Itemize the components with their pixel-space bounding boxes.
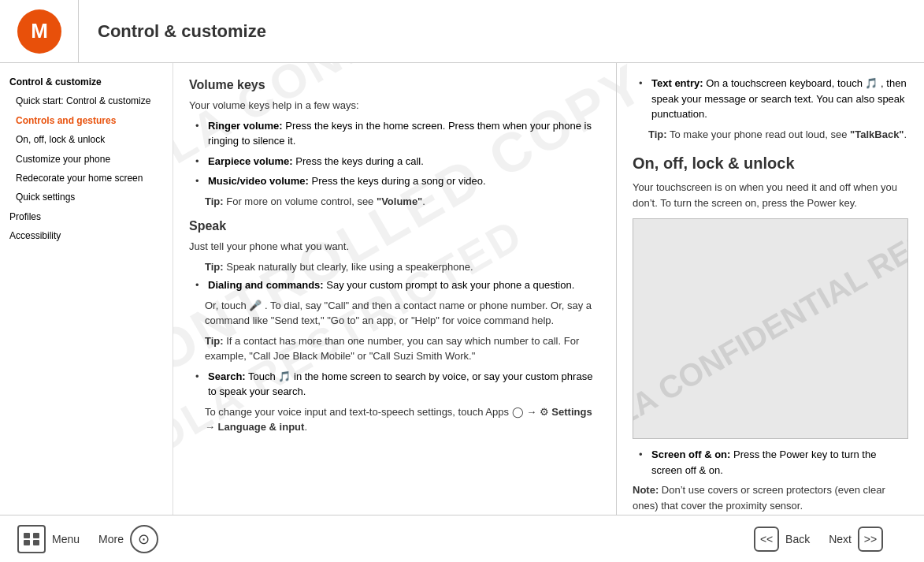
volume-tip-prefix: Tip: <box>205 195 224 207</box>
menu-button[interactable]: Menu <box>8 520 89 558</box>
tip-contact: Tip: If a contact has more than one numb… <box>205 333 600 364</box>
bottom-left: Menu More ⊙ <box>0 520 173 558</box>
bullet-search-content: Search: Touch 🎵 in the home screen to se… <box>208 369 600 400</box>
sidebar-item-on-off-lock[interactable]: On, off, lock & unlock <box>6 130 166 149</box>
tip-contact-prefix: Tip: <box>205 335 224 347</box>
on-off-intro: Your touchscreen is on when you need it … <box>633 180 908 210</box>
phone-screen-image: MOTOROLA CONFIDENTIAL RESTRICTED <box>633 218 908 439</box>
sidebar-item-redecorate[interactable]: Redecorate your home screen <box>6 169 166 188</box>
bullet-dot-1: • <box>195 118 203 149</box>
bullet-dialing-text: Say your custom prompt to ask your phone… <box>326 279 574 291</box>
speak-tip-intro: Tip: Speak naturally but clearly, like u… <box>205 259 600 275</box>
note-text: Note: Don’t use covers or screen protect… <box>633 482 908 513</box>
bullet-dot-3: • <box>195 173 203 189</box>
svg-rect-3 <box>33 533 39 538</box>
bullet-search: • Search: Touch 🎵 in the home screen to … <box>189 369 600 400</box>
on-off-title: On, off, lock & unlock <box>633 151 908 175</box>
speak-section-title: Speak <box>189 217 600 236</box>
note-body: Don’t use covers or screen protectors (e… <box>633 484 885 512</box>
svg-rect-4 <box>24 540 30 545</box>
bullet-dot-r1: • <box>639 76 647 122</box>
menu-grid-icon <box>24 533 39 545</box>
bullet-dialing-label: Dialing and commands: <box>208 279 324 291</box>
svg-rect-2 <box>24 533 30 538</box>
bullet-search-text: Touch 🎵 in the home screen to search by … <box>208 370 592 398</box>
bullet-earpiece-label: Earpiece volume: <box>208 155 293 167</box>
bullet-dot-5: • <box>195 369 203 400</box>
bullet-earpiece-text: Press the keys during a call. <box>295 155 424 167</box>
sidebar-item-customize-phone[interactable]: Customize your phone <box>6 150 166 169</box>
screen-off-label: Screen off & on: <box>651 448 730 460</box>
back-icon: << <box>754 527 779 552</box>
svg-rect-5 <box>33 540 39 545</box>
sidebar-item-controls-gestures[interactable]: Controls and gestures <box>6 111 166 130</box>
speak-tip-text: Speak naturally but clearly, like using … <box>226 261 473 273</box>
more-label: More <box>98 533 124 545</box>
back-label: Back <box>785 533 810 545</box>
back-button[interactable]: << Back <box>744 522 819 556</box>
bullet-screen-off: • Screen off & on: Press the Power key t… <box>633 447 908 478</box>
bullet-music: • Music/video volume: Press the keys dur… <box>189 173 600 189</box>
tip-contact-text: If a contact has more than one number, y… <box>205 335 579 363</box>
svg-text:M: M <box>31 19 48 43</box>
next-button[interactable]: Next >> <box>819 522 892 556</box>
volume-intro: Your volume keys help in a few ways: <box>189 98 600 114</box>
next-icon: >> <box>858 527 883 552</box>
bullet-dot-r2: • <box>639 447 647 478</box>
bullet-music-label: Music/video volume: <box>208 175 309 187</box>
bullet-text-entry-content: Text entry: On a touchscreen keyboard, t… <box>651 76 908 122</box>
bullet-screen-off-content: Screen off & on: Press the Power key to … <box>651 447 908 478</box>
image-watermark: MOTOROLA CONFIDENTIAL RESTRICTED <box>633 218 908 439</box>
bullet-search-label: Search: <box>208 370 246 382</box>
speak-intro: Just tell your phone what you want. <box>189 239 600 255</box>
volume-tip-text: For more on volume control, see "Volume"… <box>226 195 425 207</box>
content-area: Volume keys Your volume keys help in a f… <box>173 63 924 515</box>
header: M Control & customize <box>0 0 924 63</box>
page-title: Control & customize <box>98 21 266 41</box>
page-title-area: Control & customize <box>79 21 266 42</box>
logo-area: M <box>0 0 79 63</box>
speak-tip-prefix: Tip: <box>205 261 224 273</box>
sidebar-item-profiles[interactable]: Profiles <box>6 207 166 226</box>
settings-indent: To change your voice input and text-to-s… <box>205 404 600 435</box>
motorola-logo: M <box>16 8 63 55</box>
dial-indent: Or, touch 🎤 . To dial, say "Call" and th… <box>205 298 600 329</box>
sidebar-item-accessibility[interactable]: Accessibility <box>6 226 166 245</box>
tip-talkback-text: To make your phone read out loud, see "T… <box>670 128 907 140</box>
bullet-music-content: Music/video volume: Press the keys durin… <box>208 173 600 189</box>
bottom-bar: Menu More ⊙ << Back Next >> <box>0 515 924 562</box>
bullet-text-entry: • Text entry: On a touchscreen keyboard,… <box>633 76 908 122</box>
note-prefix: Note: <box>633 484 659 496</box>
main-container: Control & customize Quick start: Control… <box>0 63 924 515</box>
more-icon: ⊙ <box>130 525 158 553</box>
bullet-dot-2: • <box>195 154 203 169</box>
bullet-dialing: • Dialing and commands: Say your custom … <box>189 277 600 293</box>
left-panel: Volume keys Your volume keys help in a f… <box>173 63 617 515</box>
bullet-dialing-content: Dialing and commands: Say your custom pr… <box>208 277 600 293</box>
bullet-earpiece-content: Earpiece volume: Press the keys during a… <box>208 154 600 169</box>
menu-icon <box>17 525 46 553</box>
next-label: Next <box>829 533 852 545</box>
right-panel: • Text entry: On a touchscreen keyboard,… <box>617 63 924 515</box>
bullet-ringer-label: Ringer volume: <box>208 120 283 132</box>
sidebar-item-quick-start[interactable]: Quick start: Control & customize <box>6 91 166 110</box>
bullet-dot-4: • <box>195 277 203 293</box>
volume-tip: Tip: For more on volume control, see "Vo… <box>205 194 600 210</box>
sidebar-item-control-customize[interactable]: Control & customize <box>6 73 166 91</box>
bullet-ringer-content: Ringer volume: Press the keys in the hom… <box>208 118 600 149</box>
bullet-earpiece: • Earpiece volume: Press the keys during… <box>189 154 600 169</box>
text-entry-label: Text entry: <box>651 77 703 89</box>
sidebar-item-quick-settings[interactable]: Quick settings <box>6 188 166 207</box>
menu-label: Menu <box>52 533 80 545</box>
more-button[interactable]: More ⊙ <box>89 520 168 558</box>
tip-talkback-prefix: Tip: <box>648 128 667 140</box>
bullet-music-text: Press the keys during a song or video. <box>312 175 486 187</box>
bullet-ringer: • Ringer volume: Press the keys in the h… <box>189 118 600 149</box>
sidebar: Control & customize Quick start: Control… <box>0 63 173 515</box>
bottom-right: << Back Next >> <box>173 522 924 556</box>
tip-talkback: Tip: To make your phone read out loud, s… <box>648 127 908 143</box>
volume-section-title: Volume keys <box>189 76 600 95</box>
